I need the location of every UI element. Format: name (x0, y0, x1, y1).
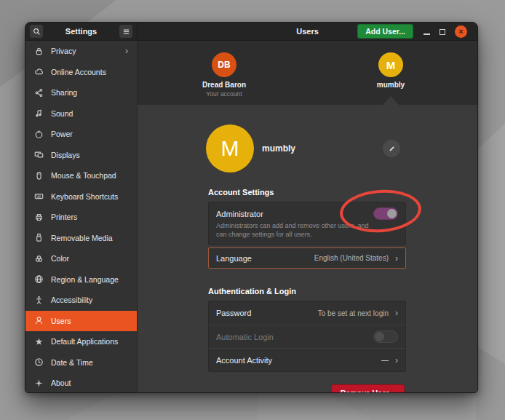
share-icon (34, 88, 44, 98)
sidebar-item-label: Displays (51, 151, 80, 159)
sidebar-item-sharing[interactable]: Sharing (25, 82, 137, 103)
maximize-button[interactable] (440, 25, 445, 38)
sidebar-item-mouse-touchpad[interactable]: Mouse & Touchpad (25, 165, 137, 186)
sidebar-item-label: Sharing (51, 88, 77, 97)
sidebar-item-label: Users (51, 317, 71, 325)
sidebar-item-sound[interactable]: Sound (25, 103, 137, 124)
keyboard-icon (34, 191, 44, 201)
sidebar-item-label: Default Applications (51, 337, 118, 346)
pencil-icon (388, 145, 396, 153)
account-subtitle: Your account (180, 90, 268, 98)
profile-avatar[interactable]: M (206, 124, 254, 173)
selected-account-caret (383, 96, 399, 105)
chevron-right-icon: › (395, 355, 398, 365)
sidebar-item-label: Sound (51, 109, 73, 118)
removable-media-icon (34, 233, 44, 242)
sidebar-item-about[interactable]: About (25, 373, 137, 393)
automatic-login-row: Automatic Login (209, 325, 405, 348)
cloud-icon (34, 67, 44, 76)
auth-login-heading: Authentication & Login (208, 287, 406, 296)
lock-icon (34, 47, 44, 56)
account-activity-row[interactable]: Account Activity — › (209, 348, 405, 371)
sidebar-item-color[interactable]: Color (25, 248, 137, 269)
minimize-button[interactable] (424, 25, 430, 38)
automatic-login-toggle (373, 330, 398, 343)
language-row[interactable]: Language English (United States) › (208, 247, 406, 269)
account-activity-label: Account Activity (216, 356, 272, 365)
password-label: Password (216, 309, 251, 317)
remove-user-button[interactable]: Remove User... (331, 384, 405, 393)
sidebar-item-keyboard-shortcuts[interactable]: Keyboard Shortcuts (25, 186, 137, 207)
display-icon (34, 150, 44, 159)
sidebar-item-label: Color (51, 254, 69, 263)
hamburger-icon (122, 28, 130, 36)
sidebar-item-default-applications[interactable]: Default Applications (25, 331, 137, 352)
clock-icon (34, 357, 44, 367)
automatic-login-label: Automatic Login (216, 333, 274, 341)
sidebar-item-label: Printers (51, 213, 77, 221)
administrator-row: Administrator Administrators can add and… (208, 202, 406, 245)
account-chip-dread-baron[interactable]: DB Dread Baron Your account (180, 52, 268, 98)
toggle-knob (375, 332, 384, 341)
sidebar: Privacy › Online Accounts Sharing Sound … (25, 41, 138, 393)
sidebar-item-privacy[interactable]: Privacy › (25, 41, 137, 62)
search-button[interactable] (30, 25, 43, 38)
add-user-button[interactable]: Add User... (357, 24, 413, 39)
account-chip-mumbly[interactable]: M mumbly (347, 52, 434, 89)
language-value: English (United States) (314, 254, 389, 262)
sidebar-header: Settings (25, 23, 138, 40)
sidebar-item-users[interactable]: Users (25, 311, 137, 332)
titlebar: Settings Users Add User... × (25, 23, 477, 41)
sidebar-item-label: Date & Time (51, 358, 93, 367)
sidebar-item-label: Keyboard Shortcuts (51, 192, 118, 201)
users-panel: DB Dread Baron Your account M mumbly M m… (138, 41, 477, 393)
account-detail-panel: M mumbly Account Settings Administrator … (138, 105, 477, 393)
account-activity-value: — (381, 356, 389, 364)
maximize-icon (440, 29, 445, 35)
sidebar-item-label: Power (51, 130, 73, 138)
printer-icon (34, 213, 44, 222)
edit-name-button[interactable] (383, 140, 400, 157)
sidebar-item-label: Accessibility (51, 296, 92, 304)
chevron-right-icon: › (125, 46, 128, 56)
password-row[interactable]: Password To be set at next login › (209, 301, 405, 325)
sidebar-item-online-accounts[interactable]: Online Accounts (25, 62, 137, 83)
avatar: M (378, 52, 403, 77)
account-settings-heading: Account Settings (208, 188, 406, 197)
avatar: DB (212, 52, 236, 77)
sidebar-item-label: Privacy (51, 47, 76, 55)
toggle-knob (387, 209, 397, 218)
sidebar-item-accessibility[interactable]: Accessibility (25, 290, 137, 311)
profile-row: M mumbly (206, 124, 406, 173)
star-icon (34, 337, 44, 346)
administrator-toggle[interactable] (373, 207, 398, 220)
language-label: Language (216, 254, 252, 263)
auth-card: Password To be set at next login › Autom… (208, 301, 406, 372)
user-selector-strip: DB Dread Baron Your account M mumbly (138, 41, 477, 105)
settings-window: Settings Users Add User... × Privacy › (25, 22, 478, 393)
mouse-icon (34, 171, 44, 181)
sidebar-item-region-language[interactable]: Region & Language (25, 269, 137, 290)
profile-name: mumbly (262, 143, 295, 154)
music-note-icon (34, 108, 44, 118)
sidebar-item-power[interactable]: Power (25, 124, 137, 145)
headerbar: Users Add User... × (138, 23, 477, 40)
account-name: Dread Baron (180, 81, 268, 89)
menu-button[interactable] (119, 25, 132, 38)
power-icon (34, 130, 44, 139)
search-icon (33, 28, 41, 36)
user-icon (34, 316, 44, 325)
administrator-label: Administrator (216, 210, 263, 218)
sidebar-item-displays[interactable]: Displays (25, 145, 137, 166)
color-icon (34, 254, 44, 264)
window-controls: × (424, 25, 467, 38)
sidebar-item-date-time[interactable]: Date & Time (25, 352, 137, 373)
minimize-icon (424, 33, 430, 35)
account-name: mumbly (347, 81, 434, 89)
close-button[interactable]: × (455, 25, 467, 38)
sidebar-item-printers[interactable]: Printers (25, 207, 137, 228)
sidebar-item-removable-media[interactable]: Removable Media (25, 228, 137, 249)
sidebar-item-label: About (51, 379, 71, 387)
about-icon (34, 379, 44, 388)
app-title: Settings (65, 27, 97, 36)
